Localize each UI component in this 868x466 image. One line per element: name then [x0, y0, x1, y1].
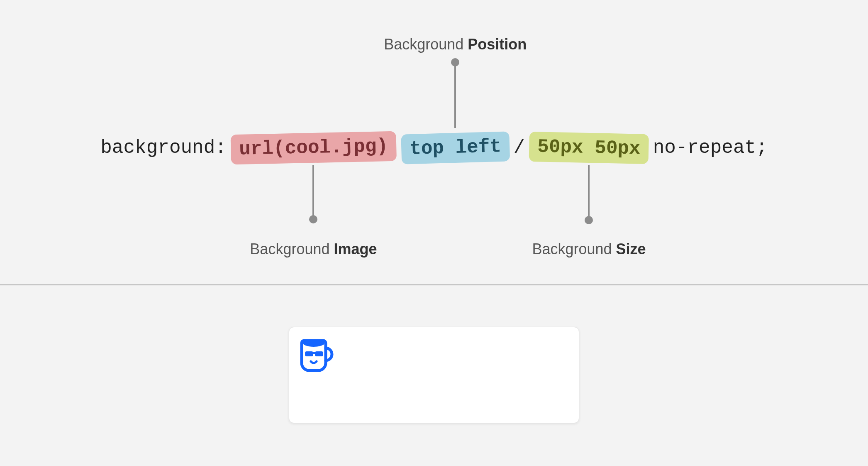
label-bold: Image — [334, 240, 377, 258]
css-property: background: — [99, 137, 228, 159]
mug-icon — [295, 333, 336, 375]
css-repeat: no-repeat; — [651, 137, 769, 159]
label-bold: Position — [468, 36, 527, 53]
label-prefix: Background — [532, 240, 616, 258]
chip-background-image: url(cool.jpg) — [230, 131, 396, 164]
connector-image — [312, 165, 314, 219]
css-code-line: background: url(cool.jpg) top left / 50p… — [99, 133, 769, 163]
label-bold: Size — [616, 240, 646, 258]
svg-rect-2 — [315, 351, 323, 356]
css-slash: / — [512, 137, 527, 159]
label-background-image: Background Image — [250, 240, 377, 258]
chip-background-position: top left — [401, 131, 510, 164]
label-prefix: Background — [384, 36, 468, 53]
connector-position — [454, 62, 456, 128]
preview-card — [289, 327, 579, 423]
svg-point-0 — [303, 339, 324, 347]
svg-rect-3 — [312, 352, 316, 354]
chip-background-size: 50px 50px — [529, 132, 649, 164]
connector-size — [588, 165, 590, 220]
svg-rect-1 — [305, 351, 313, 356]
label-background-size: Background Size — [532, 240, 646, 258]
label-prefix: Background — [250, 240, 334, 258]
label-background-position: Background Position — [384, 36, 527, 53]
preview-panel — [0, 285, 868, 466]
diagram-panel: Background Position background: url(cool… — [0, 0, 868, 285]
